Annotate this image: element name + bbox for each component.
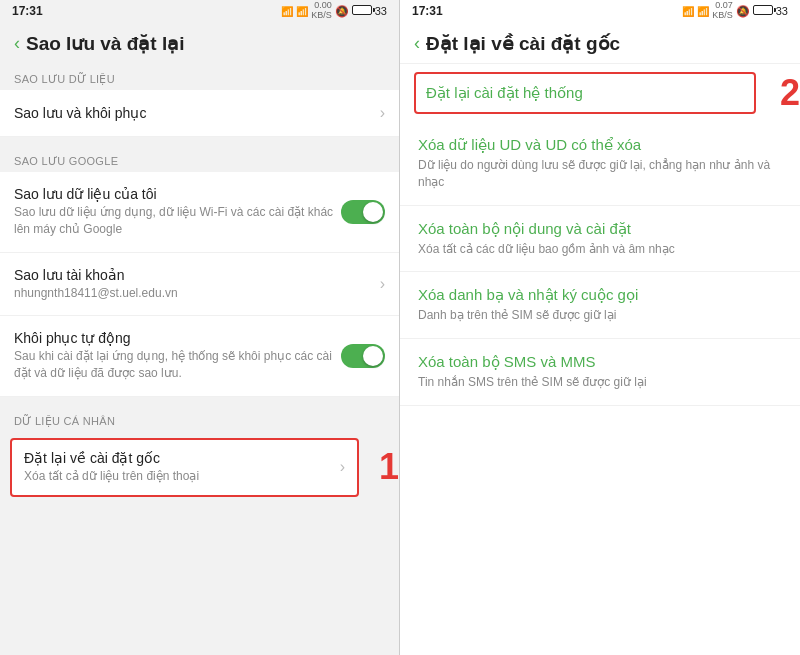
- auto-restore-item[interactable]: Khôi phục tự động Sau khi cài đặt lại ứn…: [0, 316, 399, 397]
- spacer1: [0, 137, 399, 145]
- backup-restore-item[interactable]: Sao lưu và khôi phục ›: [0, 90, 399, 137]
- backup-account-content: Sao lưu tài khoản nhungnth18411@st.uel.e…: [14, 267, 372, 302]
- section-backup-data-label: SAO LƯU DỮ LIỆU: [0, 63, 399, 90]
- backup-account-item[interactable]: Sao lưu tài khoản nhungnth18411@st.uel.e…: [0, 253, 399, 317]
- right-page-title: Đặt lại về cài đặt gốc: [426, 32, 620, 55]
- wifi-icon: 📶: [296, 6, 308, 17]
- section-personal-data-label: DỮ LIỆU CÁ NHÂN: [0, 405, 399, 432]
- backup-restore-content: Sao lưu và khôi phục: [14, 105, 372, 121]
- backup-account-arrow: ›: [380, 275, 385, 293]
- delete-contacts-title: Xóa danh bạ và nhật ký cuộc gọi: [418, 286, 782, 304]
- left-header: ‹ Sao lưu và đặt lại: [0, 22, 399, 63]
- right-wifi-icon: 📶: [697, 6, 709, 17]
- system-reset-title: Đặt lại cài đặt hệ thống: [426, 84, 744, 102]
- right-volume-icon: 🔕: [736, 5, 750, 18]
- delete-all-content-item[interactable]: Xóa toàn bộ nội dung và cài đặt Xóa tất …: [400, 206, 800, 273]
- right-battery-level: 33: [776, 5, 788, 17]
- section-google-backup-label: SAO LƯU GOOGLE: [0, 145, 399, 172]
- delete-sms-subtitle: Tin nhắn SMS trên thẻ SIM sẽ được giữ lạ…: [418, 374, 782, 391]
- delete-contacts-item[interactable]: Xóa danh bạ và nhật ký cuộc gọi Danh bạ …: [400, 272, 800, 339]
- right-panel: 17:31 📶 📶 0.07KB/S 🔕 33 ‹ Đặt lại về cài…: [400, 0, 800, 655]
- factory-reset-content: Đặt lại về cài đặt gốc Xóa tất cả dữ liệ…: [24, 450, 332, 485]
- factory-reset-arrow: ›: [340, 458, 345, 476]
- delete-user-data-subtitle: Dữ liệu do người dùng lưu sẽ được giữ lạ…: [418, 157, 782, 191]
- backup-restore-arrow: ›: [380, 104, 385, 122]
- delete-all-content-subtitle: Xóa tất cả các dữ liệu bao gồm ảnh và âm…: [418, 241, 782, 258]
- factory-reset-title: Đặt lại về cài đặt gốc: [24, 450, 332, 466]
- signal-icon: 📶: [281, 6, 293, 17]
- delete-user-data-title: Xóa dữ liệu UD và UD có thể xóa: [418, 136, 782, 154]
- auto-restore-subtitle: Sau khi cài đặt lại ứng dụng, hệ thống s…: [14, 348, 341, 382]
- volume-icon: 🔕: [335, 5, 349, 18]
- backup-restore-title: Sao lưu và khôi phục: [14, 105, 372, 121]
- left-status-bar: 17:31 📶 📶 0.00KB/S 🔕 33: [0, 0, 399, 22]
- kb-label: 0.00KB/S: [311, 1, 332, 21]
- auto-restore-toggle[interactable]: [341, 344, 385, 368]
- left-page-title: Sao lưu và đặt lại: [26, 32, 184, 55]
- backup-account-subtitle: nhungnth18411@st.uel.edu.vn: [14, 285, 372, 302]
- my-data-backup-title: Sao lưu dữ liệu của tôi: [14, 186, 341, 202]
- left-status-icons: 📶 📶 0.00KB/S 🔕 33: [281, 1, 387, 21]
- delete-user-data-item[interactable]: Xóa dữ liệu UD và UD có thể xóa Dữ liệu …: [400, 122, 800, 206]
- right-time: 17:31: [412, 4, 443, 18]
- delete-contacts-subtitle: Danh bạ trên thẻ SIM sẽ được giữ lại: [418, 307, 782, 324]
- right-status-bar: 17:31 📶 📶 0.07KB/S 🔕 33: [400, 0, 800, 22]
- spacer2: [0, 397, 399, 405]
- battery-icon: [352, 5, 372, 17]
- factory-reset-item[interactable]: Đặt lại về cài đặt gốc Xóa tất cả dữ liệ…: [10, 438, 359, 497]
- factory-reset-row: Đặt lại về cài đặt gốc Xóa tất cả dữ liệ…: [0, 432, 399, 503]
- right-header: ‹ Đặt lại về cài đặt gốc: [400, 22, 800, 64]
- right-status-icons: 📶 📶 0.07KB/S 🔕 33: [682, 1, 788, 21]
- right-kb-label: 0.07KB/S: [712, 1, 733, 21]
- auto-restore-content: Khôi phục tự động Sau khi cài đặt lại ứn…: [14, 330, 341, 382]
- my-data-backup-item[interactable]: Sao lưu dữ liệu của tôi Sao lưu dữ liệu …: [0, 172, 399, 253]
- left-back-button[interactable]: ‹: [14, 33, 20, 54]
- system-reset-item[interactable]: Đặt lại cài đặt hệ thống: [414, 72, 756, 114]
- left-panel: 17:31 📶 📶 0.00KB/S 🔕 33 ‹ Sao lưu và đặt…: [0, 0, 400, 655]
- auto-restore-title: Khôi phục tự động: [14, 330, 341, 346]
- right-back-button[interactable]: ‹: [414, 33, 420, 54]
- badge-2: 2: [780, 75, 800, 111]
- badge-1: 1: [379, 449, 399, 485]
- battery-level: 33: [375, 5, 387, 17]
- my-data-backup-toggle[interactable]: [341, 200, 385, 224]
- delete-all-content-title: Xóa toàn bộ nội dung và cài đặt: [418, 220, 782, 238]
- system-reset-row: Đặt lại cài đặt hệ thống 2: [400, 64, 800, 122]
- right-signal-icon: 📶: [682, 6, 694, 17]
- my-data-backup-content: Sao lưu dữ liệu của tôi Sao lưu dữ liệu …: [14, 186, 341, 238]
- left-time: 17:31: [12, 4, 43, 18]
- my-data-backup-subtitle: Sao lưu dữ liệu ứng dụng, dữ liệu Wi-Fi …: [14, 204, 341, 238]
- delete-sms-title: Xóa toàn bộ SMS và MMS: [418, 353, 782, 371]
- delete-sms-item[interactable]: Xóa toàn bộ SMS và MMS Tin nhắn SMS trên…: [400, 339, 800, 406]
- backup-account-title: Sao lưu tài khoản: [14, 267, 372, 283]
- right-battery-icon: [753, 5, 773, 17]
- factory-reset-subtitle: Xóa tất cả dữ liệu trên điện thoại: [24, 468, 332, 485]
